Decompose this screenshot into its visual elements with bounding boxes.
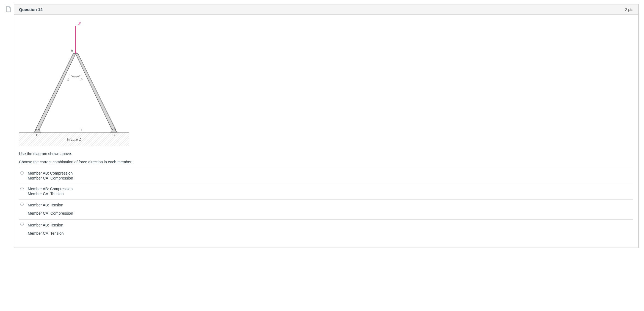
answer-option[interactable]: Member AB: Compression Member CA: Compre… [19, 168, 633, 184]
label-A: A [71, 49, 73, 53]
figure: P A B C [19, 20, 633, 146]
truss-diagram: P A B C [19, 20, 129, 146]
svg-marker-6 [76, 53, 116, 130]
label-C: C [112, 133, 115, 137]
answer-line: Member CA: Tension [28, 231, 633, 236]
page-icon [6, 6, 11, 12]
answer-line: Member AB: Compression [28, 171, 633, 175]
question-prompt: Use the diagram shown above. Choose the … [19, 152, 633, 164]
answer-radio[interactable] [20, 223, 24, 226]
label-P: P [78, 21, 81, 26]
question-container: Question 14 2 pts P A [14, 4, 639, 248]
answer-option[interactable]: Member AB: Tension Member CA: Compressio… [19, 199, 633, 219]
answer-option[interactable]: Member AB: Tension Member CA: Tension [19, 219, 633, 239]
answer-line: Member CA: Compression [28, 176, 633, 180]
question-header: Question 14 2 pts [14, 4, 638, 15]
answer-radio[interactable] [20, 171, 24, 175]
answer-line: Member AB: Compression [28, 187, 633, 191]
theta-left: θ [67, 78, 69, 82]
answer-radio[interactable] [20, 203, 24, 206]
answer-line: Member AB: Tension [28, 203, 633, 207]
question-body: P A B C [14, 15, 638, 248]
svg-marker-5 [35, 53, 76, 130]
answer-option[interactable]: Member AB: Compression Member CA: Tensio… [19, 184, 633, 199]
answer-radio[interactable] [20, 187, 24, 190]
theta-right: θ [81, 78, 82, 82]
svg-point-10 [113, 128, 114, 129]
figure-caption: Figure 2 [67, 137, 81, 141]
question-points: 2 pts [625, 7, 633, 12]
svg-point-4 [75, 52, 76, 54]
prompt-line-2: Choose the correct combination of force … [19, 160, 633, 164]
prompt-line-1: Use the diagram shown above. [19, 152, 633, 156]
question-title: Question 14 [19, 7, 43, 12]
answer-line: Member CA: Tension [28, 192, 633, 196]
answer-line: Member CA: Compression [28, 211, 633, 215]
answer-list: Member AB: Compression Member CA: Compre… [19, 168, 633, 239]
label-B: B [36, 133, 38, 137]
svg-point-9 [37, 128, 38, 129]
answer-line: Member AB: Tension [28, 223, 633, 227]
